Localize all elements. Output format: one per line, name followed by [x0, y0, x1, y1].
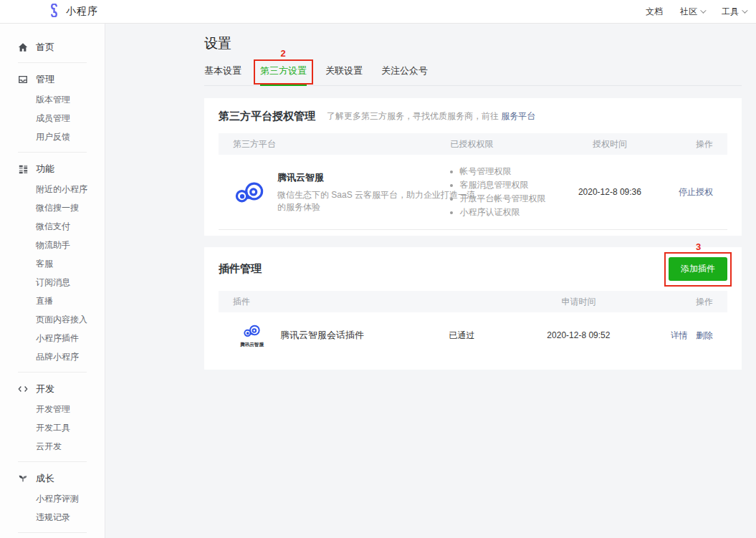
third-party-table-header: 第三方平台 已授权权限 授权时间 操作: [219, 133, 727, 155]
sidebar-item-version-manage[interactable]: 版本管理: [0, 90, 105, 109]
plugin-table-header: 插件 申请时间 操作: [219, 291, 727, 312]
plugin-card-title: 插件管理: [219, 262, 262, 276]
sidebar-item-home[interactable]: 首页: [0, 38, 105, 57]
main-content: 设置 基本设置 第三方设置 2 关联设置 关注公众号 第三方平台授权管理 了解更…: [105, 24, 756, 538]
sidebar-divider: [18, 372, 87, 373]
sidebar-item-page-content-access[interactable]: 页面内容接入: [0, 310, 105, 329]
sidebar-item-member-manage[interactable]: 成员管理: [0, 109, 105, 128]
tencent-cloud-mini-logo-icon: [242, 322, 262, 340]
sidebar-section-develop[interactable]: 开发: [0, 380, 105, 398]
tencent-cloud-logo-icon: [233, 178, 266, 207]
authorization-time: 2020-12-8 09:36: [574, 187, 646, 197]
sidebar-item-nearby-miniprogram[interactable]: 附近的小程序: [0, 180, 105, 198]
sidebar-item-wechat-pay[interactable]: 微信支付: [0, 217, 105, 236]
plugin-status: 已通过: [449, 330, 522, 342]
third-party-desc: 微信生态下的 SaaS 云客服平台，助力企业打造一流的服务体验: [277, 189, 478, 213]
col-header-apply-time: 申请时间: [521, 296, 636, 308]
permission-item: 客服消息管理权限: [460, 178, 574, 192]
plugin-delete-link[interactable]: 删除: [696, 330, 713, 340]
sidebar-item-cloud-dev[interactable]: 云开发: [0, 437, 105, 456]
active-tab-underline: [260, 84, 307, 86]
nav-link-community[interactable]: 社区: [680, 6, 704, 18]
annotation-number-3: 3: [696, 241, 701, 252]
tab-basic-settings[interactable]: 基本设置: [204, 64, 241, 77]
chevron-down-icon: [700, 7, 706, 13]
sidebar-item-user-feedback[interactable]: 用户反馈: [0, 128, 105, 146]
sidebar-section-features[interactable]: 功能: [0, 160, 105, 178]
sidebar-item-violation-record[interactable]: 违规记录: [0, 508, 105, 527]
nav-link-tools[interactable]: 工具: [722, 6, 746, 18]
col-header-auth-time: 授权时间: [574, 138, 646, 150]
third-party-name: 腾讯云智服: [277, 171, 478, 184]
permission-item: 小程序认证权限: [460, 206, 574, 219]
plugin-management-card: 插件管理 添加插件 3 插件 申请时间 操作: [204, 247, 742, 370]
sprout-icon: [18, 474, 28, 484]
sidebar-item-customer-service[interactable]: 客服: [0, 254, 105, 273]
permissions-list: 帐号管理权限 客服消息管理权限 开放平台帐号管理权限 小程序认证权限: [449, 165, 574, 219]
plugin-detail-link[interactable]: 详情: [671, 330, 688, 340]
service-platform-link[interactable]: 服务平台: [501, 111, 535, 121]
miniprogram-s-icon: [47, 4, 61, 20]
sidebar-item-dev-tools[interactable]: 开发工具: [0, 418, 105, 437]
stop-authorization-link[interactable]: 停止授权: [679, 187, 713, 197]
plugin-logo-caption: 腾讯云智服: [239, 341, 263, 348]
third-party-authorization-card: 第三方平台授权管理 了解更多第三方服务，寻找优质服务商，前往 服务平台 第三方平…: [204, 98, 742, 236]
settings-tabs: 基本设置 第三方设置 2 关联设置 关注公众号: [204, 64, 742, 86]
sidebar-section-growth[interactable]: 成长: [0, 469, 105, 488]
col-header-plugin: 插件: [233, 296, 449, 308]
plugin-table-row: 腾讯云智服 腾讯云智服会话插件 已通过 2020-12-8 09:52 详情 删…: [219, 312, 727, 358]
sidebar-item-live[interactable]: 直播: [0, 292, 105, 310]
sidebar-divider: [18, 62, 87, 63]
plugin-name: 腾讯云智服会话插件: [280, 329, 364, 342]
grid-icon: [18, 164, 28, 174]
third-party-card-note: 了解更多第三方服务，寻找优质服务商，前往 服务平台: [327, 110, 535, 123]
code-icon: [18, 384, 28, 394]
col-header-platform: 第三方平台: [233, 138, 449, 150]
sidebar-item-logistics-assistant[interactable]: 物流助手: [0, 236, 105, 254]
tab-follow-official-account[interactable]: 关注公众号: [381, 64, 428, 77]
sidebar-item-wechat-search[interactable]: 微信搜一搜: [0, 198, 105, 217]
sidebar-item-miniprogram-evaluation[interactable]: 小程序评测: [0, 489, 105, 508]
top-navbar: 小程序 文档 社区 工具: [0, 0, 756, 24]
chevron-down-icon: [742, 7, 747, 13]
page-title: 设置: [204, 34, 742, 53]
tab-related-settings[interactable]: 关联设置: [325, 64, 363, 77]
sidebar-item-miniprogram-plugin[interactable]: 小程序插件: [0, 329, 105, 347]
permission-item: 帐号管理权限: [460, 165, 574, 178]
add-plugin-button[interactable]: 添加插件: [669, 257, 727, 281]
sidebar-item-dev-manage[interactable]: 开发管理: [0, 400, 105, 418]
sidebar-item-brand-miniprogram[interactable]: 品牌小程序: [0, 347, 105, 366]
brand-title: 小程序: [66, 5, 98, 18]
tab-third-party-settings[interactable]: 第三方设置 2: [260, 64, 307, 77]
col-header-action: 操作: [646, 138, 713, 150]
third-party-table-row: 腾讯云智服 微信生态下的 SaaS 云客服平台，助力企业打造一流的服务体验 帐号…: [219, 155, 727, 230]
permission-item: 开放平台帐号管理权限: [460, 192, 574, 206]
sidebar-divider: [18, 152, 87, 153]
sidebar: 首页 管理 版本管理 成员管理 用户反馈 功能 附近的小程序 微信搜一搜 微信支…: [0, 24, 105, 538]
col-header-action: 操作: [636, 296, 713, 308]
col-header-authorized-permissions: 已授权权限: [449, 138, 574, 150]
sidebar-item-subscribe-message[interactable]: 订阅消息: [0, 273, 105, 292]
inbox-icon: [18, 75, 28, 85]
nav-link-docs[interactable]: 文档: [646, 6, 663, 18]
home-icon: [18, 42, 28, 52]
sidebar-divider: [18, 461, 87, 462]
miniprogram-logo: 小程序: [47, 4, 98, 20]
sidebar-section-manage[interactable]: 管理: [0, 70, 105, 89]
plugin-apply-time: 2020-12-8 09:52: [521, 330, 636, 340]
sidebar-divider: [18, 532, 87, 533]
third-party-card-title: 第三方平台授权管理: [219, 110, 315, 123]
